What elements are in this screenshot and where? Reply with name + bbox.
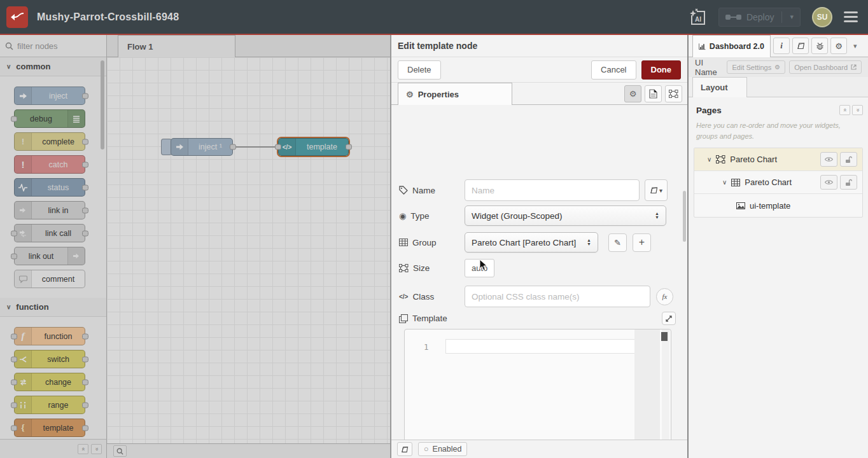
dialog-tabbar: ⚙ Properties ⚙ [391, 83, 687, 105]
edit-settings-button[interactable]: Edit Settings ⚙ [727, 60, 785, 74]
description-button[interactable] [645, 85, 662, 102]
gear-icon: ⚙ [835, 41, 843, 51]
bar-chart-icon [699, 43, 706, 50]
sidebar-tabs-caret-icon[interactable]: ▾ [853, 42, 857, 50]
ai-assistant-button[interactable]: AI [688, 8, 707, 27]
pencil-icon: ✎ [614, 238, 621, 247]
delete-button[interactable]: Delete [398, 60, 441, 80]
workspace-title: Mushy-Parrot-Crossbill-6948 [37, 11, 179, 23]
done-button[interactable]: Done [641, 60, 682, 80]
open-dashboard-button[interactable]: Open Dashboard [789, 60, 862, 74]
book-icon [401, 446, 409, 453]
deploy-button[interactable]: Deploy ▾ [718, 8, 801, 27]
expand-icon [666, 316, 672, 322]
deploy-nodes-icon [725, 15, 741, 20]
pages-expand-all-button[interactable]: « [852, 105, 863, 115]
dialog-title: Edit template node [391, 35, 687, 57]
cancel-button[interactable]: Cancel [591, 60, 636, 80]
deploy-options-caret-icon[interactable]: ▾ [787, 13, 796, 21]
gear-icon: ⚙ [629, 89, 637, 99]
appearance-button[interactable] [665, 85, 682, 102]
type-field-label: ◉ Type [399, 211, 465, 221]
node-help-button[interactable] [397, 442, 412, 456]
node-red-logo-icon [6, 6, 28, 28]
template-field-label: Template [399, 314, 447, 323]
fx-button[interactable]: fx [656, 288, 673, 305]
modal-shade [0, 35, 390, 458]
editor-current-line[interactable] [445, 339, 636, 354]
tab-dashboard-2[interactable]: Dashboard 2.0 [692, 35, 771, 57]
image-icon [736, 202, 745, 209]
layout-tabbar: Layout [689, 77, 868, 97]
unlock-icon [845, 156, 852, 163]
size-field-label: Size [399, 263, 465, 273]
add-group-button[interactable]: + [633, 233, 651, 252]
visibility-eye-button[interactable] [820, 152, 837, 167]
appearance-frame-icon [669, 90, 678, 98]
eye-icon [825, 179, 833, 185]
main-menu-button[interactable] [844, 11, 858, 22]
chevron-down-icon[interactable]: ∨ [722, 179, 727, 186]
template-code-editor[interactable]: 1 [404, 329, 671, 458]
pages-collapse-all-button[interactable]: « [839, 105, 850, 115]
label-options-button[interactable]: ▾ [645, 179, 668, 201]
properties-gear-button[interactable]: ⚙ [624, 85, 641, 102]
editor-scrollbar-thumb[interactable] [661, 332, 668, 341]
lock-button[interactable] [840, 152, 857, 167]
lock-button[interactable] [840, 175, 857, 190]
caret-down-icon: ▾ [659, 187, 662, 194]
book-icon [797, 42, 805, 50]
tag-icon [399, 186, 408, 195]
pages-panel: Pages « « Here you can re-order and move… [689, 97, 868, 218]
page-frame-icon [716, 155, 725, 163]
tab-properties[interactable]: ⚙ Properties [398, 83, 512, 105]
select-updown-icon: ▲▼ [655, 212, 659, 219]
expand-editor-button[interactable] [662, 312, 676, 325]
mouse-cursor [479, 259, 488, 272]
select-updown-icon: ▲▼ [587, 239, 591, 246]
info-button[interactable]: i [773, 38, 790, 54]
bug-icon [816, 42, 824, 50]
size-frame-icon [399, 264, 409, 272]
table-grid-icon [399, 239, 408, 246]
pages-help-text: Here you can re-order and move your widg… [696, 120, 860, 141]
group-select[interactable]: Pareto Chart [Pareto Chart] ▲▼ [465, 232, 598, 253]
editor-minimap[interactable] [634, 330, 660, 458]
user-avatar[interactable]: SU [812, 7, 832, 27]
node-enabled-toggle[interactable]: ○ Enabled [418, 442, 467, 456]
help-button[interactable] [792, 38, 809, 54]
unlock-icon [845, 179, 852, 186]
visibility-eye-button[interactable] [820, 175, 837, 190]
class-input[interactable] [465, 286, 650, 307]
class-field-label: </> Class [399, 292, 465, 302]
type-select[interactable]: Widget (Group-Scoped) ▲▼ [465, 205, 666, 226]
book-icon [650, 186, 658, 194]
group-field-label: Group [399, 238, 465, 247]
name-field-label: Name [399, 186, 465, 195]
copy-pages-icon [399, 314, 408, 323]
eye-icon [825, 156, 833, 162]
gear-icon: ⚙ [774, 64, 780, 71]
name-input[interactable] [465, 179, 640, 201]
plus-icon: + [639, 237, 645, 248]
tree-row-group-pareto-chart[interactable]: ∨ Pareto Chart [694, 171, 862, 194]
svg-text:AI: AI [695, 16, 701, 23]
settings-button[interactable]: ⚙ [830, 38, 847, 54]
tab-layout[interactable]: Layout [692, 77, 747, 97]
sidebar-tabbar: Dashboard 2.0 i ⚙ ▾ [689, 35, 868, 57]
edit-node-dialog: Edit template node Delete Cancel Done ⚙ … [390, 35, 687, 458]
status-circle-icon: ○ [424, 445, 429, 454]
right-sidebar: Dashboard 2.0 i ⚙ ▾ [687, 35, 868, 458]
tree-row-widget-ui-template[interactable]: ui-template [694, 194, 862, 217]
layout-tree: ∨ Pareto Chart [694, 148, 863, 218]
document-icon [649, 89, 657, 99]
pages-title: Pages [696, 106, 722, 115]
edit-group-button[interactable]: ✎ [608, 233, 627, 252]
gear-icon: ⚙ [406, 90, 414, 99]
tree-row-page-pareto-chart[interactable]: ∨ Pareto Chart [694, 148, 862, 171]
debug-button[interactable] [811, 38, 828, 54]
editor-scrollbar[interactable] [662, 330, 669, 458]
code-icon: </> [399, 293, 408, 300]
dialog-scrollbar[interactable] [683, 191, 686, 242]
chevron-down-icon[interactable]: ∨ [707, 156, 711, 163]
